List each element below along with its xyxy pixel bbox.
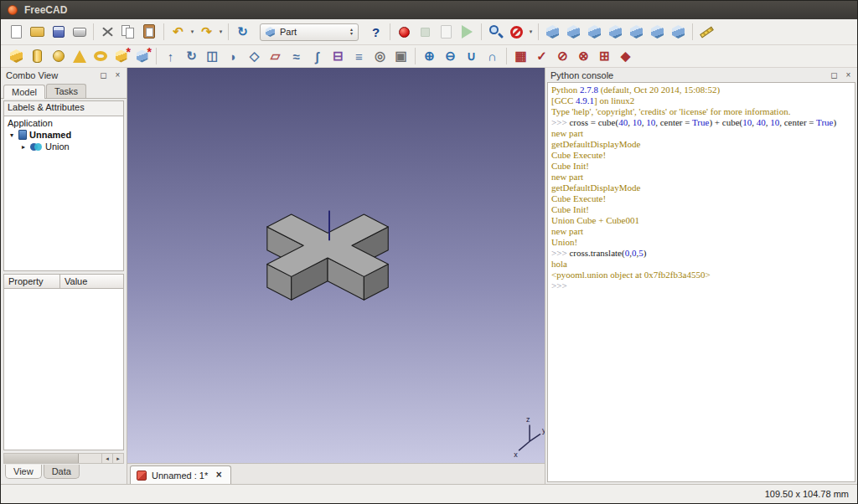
- draw-style-icon[interactable]: [506, 22, 527, 42]
- copy-icon[interactable]: [118, 22, 139, 42]
- boolean-icon[interactable]: ⊕: [419, 46, 440, 66]
- save-icon[interactable]: [48, 22, 69, 42]
- python-console-float-button[interactable]: ◻: [829, 69, 840, 80]
- console-text: Union Cube + Cube001: [551, 215, 639, 225]
- check-geometry-icon[interactable]: ✓: [531, 46, 552, 66]
- create-primitives-icon[interactable]: [111, 46, 132, 66]
- tree-item-unnamed[interactable]: ▾Unnamed: [4, 129, 123, 141]
- chamfer-icon[interactable]: ◇: [244, 46, 265, 66]
- cylinder-icon[interactable]: [27, 46, 48, 66]
- revolve-icon[interactable]: ↻: [181, 46, 202, 66]
- refine-shape-icon[interactable]: ◆: [615, 46, 636, 66]
- thickness-icon[interactable]: ▣: [390, 46, 411, 66]
- top-view-icon[interactable]: [584, 22, 605, 42]
- whats-this-icon[interactable]: ?: [365, 22, 386, 42]
- tab-tasks[interactable]: Tasks: [46, 84, 86, 98]
- fillet-icon[interactable]: ◗: [223, 46, 244, 66]
- mirror-icon[interactable]: ◫: [202, 46, 223, 66]
- refresh-icon[interactable]: ↻: [232, 22, 253, 42]
- torus-icon[interactable]: [90, 46, 111, 66]
- tree-item-union[interactable]: ▸Union: [4, 141, 123, 152]
- axonometric-view-icon[interactable]: [542, 22, 563, 42]
- rear-view-icon[interactable]: [626, 22, 647, 42]
- console-text: >>>: [551, 280, 569, 291]
- tab-data[interactable]: Data: [44, 465, 80, 479]
- offset-icon[interactable]: ◎: [370, 46, 390, 66]
- redo-dropdown-arrow[interactable]: ▾: [217, 22, 225, 42]
- window-close-button[interactable]: [8, 5, 18, 15]
- tab-model[interactable]: Model: [3, 85, 45, 99]
- toolbar-separator: [481, 23, 482, 40]
- box-icon[interactable]: [6, 46, 27, 66]
- loft-icon[interactable]: ≈: [286, 46, 307, 66]
- measure-distance-icon[interactable]: [696, 22, 717, 42]
- document-tab[interactable]: Unnamed : 1* ×: [130, 465, 231, 484]
- model-tree[interactable]: Application ▾Unnamed▸Union: [3, 116, 124, 271]
- union-icon[interactable]: ∪: [461, 46, 482, 66]
- scrollbar-left-button[interactable]: ◂: [101, 454, 112, 463]
- common-icon[interactable]: ∩: [482, 46, 503, 66]
- labels-attributes-header[interactable]: Labels & Attributes: [3, 100, 124, 116]
- console-text: 10: [646, 117, 655, 127]
- combo-view-close-button[interactable]: ×: [112, 69, 123, 80]
- tree-expander-icon[interactable]: ▾: [8, 131, 16, 139]
- boolean-xor-icon[interactable]: ⊗: [573, 46, 594, 66]
- cut-icon[interactable]: [97, 22, 118, 42]
- python-console-close-button[interactable]: ×: [843, 69, 854, 80]
- scrollbar-right-button[interactable]: ▸: [112, 454, 123, 463]
- console-text: Cube Init!: [551, 204, 589, 214]
- property-column-value[interactable]: Value: [60, 274, 124, 289]
- sweep-icon[interactable]: ∫: [307, 46, 328, 66]
- 3d-viewport[interactable]: z y x: [127, 68, 545, 463]
- part-toolbar: ↑↻◫◗◇▱≈∫⊟≡◎▣⊕⊖∪∩▦✓⊘⊗⊞◆: [1, 45, 857, 68]
- front-view-icon[interactable]: [563, 22, 584, 42]
- cross-sections-icon[interactable]: ≡: [349, 46, 370, 66]
- console-text: getDefaultDisplayMode: [551, 183, 640, 193]
- open-file-icon[interactable]: [27, 22, 48, 42]
- draw-style-dropdown-arrow[interactable]: ▾: [527, 22, 535, 42]
- console-text: (default, Oct 20 2014, 15:08:52): [598, 85, 720, 95]
- console-text: 2.7.8: [580, 85, 598, 95]
- connect-icon[interactable]: ⊞: [594, 46, 615, 66]
- combo-view-float-button[interactable]: ◻: [98, 69, 109, 80]
- console-text: 4.9.1: [576, 95, 594, 105]
- tree-expander-icon[interactable]: ▸: [19, 143, 28, 151]
- bottom-view-icon[interactable]: [647, 22, 668, 42]
- extrude-icon[interactable]: ↑: [160, 46, 181, 66]
- workbench-selector[interactable]: Part ▴▾: [260, 23, 359, 41]
- left-view-icon[interactable]: [668, 22, 689, 42]
- tab-view[interactable]: View: [5, 465, 42, 479]
- new-file-icon[interactable]: [6, 22, 27, 42]
- document-tab-close-button[interactable]: ×: [213, 470, 225, 481]
- cone-icon[interactable]: [69, 46, 90, 66]
- paste-icon[interactable]: [139, 22, 160, 42]
- property-column-property[interactable]: Property: [3, 274, 60, 289]
- ruled-surface-icon[interactable]: ▱: [265, 46, 286, 66]
- console-text: Type 'help', 'copyright', 'credits' or '…: [551, 106, 790, 116]
- print-icon[interactable]: [69, 22, 90, 42]
- viewport-canvas[interactable]: z y x: [127, 68, 545, 463]
- compound-icon[interactable]: ▦: [510, 46, 531, 66]
- property-table-header: PropertyValue: [3, 274, 124, 289]
- sphere-icon[interactable]: [48, 46, 69, 66]
- combo-view-header: Combo View ◻ ×: [1, 68, 127, 82]
- undo-icon[interactable]: ↶: [168, 22, 189, 42]
- macro-record-icon[interactable]: [394, 22, 415, 42]
- console-text: Cube Execute!: [551, 150, 606, 160]
- fit-all-icon[interactable]: [485, 22, 506, 42]
- undo-dropdown-arrow[interactable]: ▾: [189, 22, 196, 42]
- horizontal-scrollbar[interactable]: ◂ ▸: [3, 453, 124, 464]
- slice-icon[interactable]: ⊘: [552, 46, 573, 66]
- console-text: 10: [742, 117, 752, 127]
- python-console-input[interactable]: Python 2.7.8 (default, Oct 20 2014, 15:0…: [547, 82, 855, 482]
- cut-boolean-icon[interactable]: ⊖: [440, 46, 461, 66]
- redo-icon[interactable]: ↷: [196, 22, 217, 42]
- freecad-document-icon: [137, 471, 147, 481]
- shape-builder-icon[interactable]: [132, 46, 152, 66]
- section-icon[interactable]: ⊟: [328, 46, 349, 66]
- console-text: 10: [633, 117, 642, 127]
- property-table-body[interactable]: [3, 289, 124, 450]
- scrollbar-thumb[interactable]: [4, 454, 79, 463]
- right-view-icon[interactable]: [605, 22, 626, 42]
- cross-model[interactable]: [267, 211, 388, 301]
